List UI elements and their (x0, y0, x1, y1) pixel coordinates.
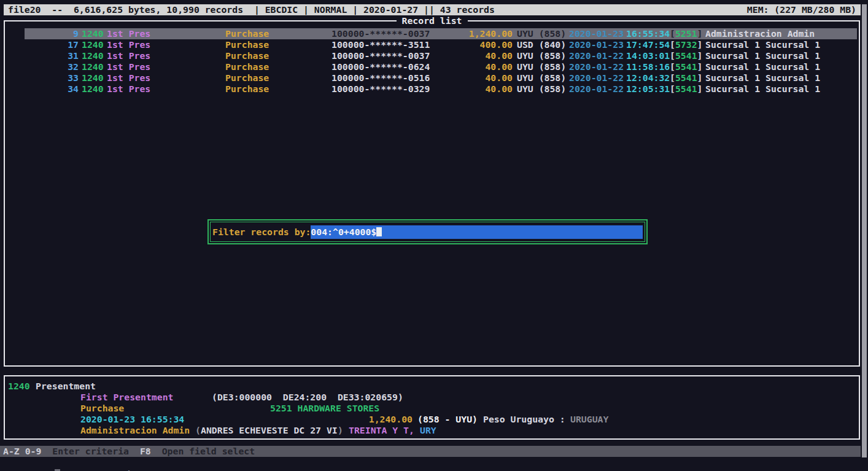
transaction-type: Purchase (225, 72, 269, 84)
amount: 40.00 (433, 84, 513, 95)
mask-status: M:0123456789Filter:6 (6, 458, 170, 471)
message-type: 1240 (82, 61, 104, 72)
memory-usage: MEM: (227 MB/280 MB) (747, 4, 856, 15)
message-type: 1240 (82, 72, 104, 84)
date: 2020-01-23 (569, 28, 624, 39)
detail-data-elements: (DE3:000000 DE24:200 DE33:020659) (212, 392, 403, 403)
detail-paren-open: ( (195, 425, 201, 436)
merchant-name: Sucursal 1 Sucursal 1 (705, 84, 820, 95)
detail-address: TREINTA Y T, (349, 425, 414, 436)
function-label: 1st Pres (107, 28, 150, 39)
record-detail-panel: 1240 Presentment First Presentment (DE3:… (4, 375, 860, 440)
table-row-selected[interactable]: 9 1240 1st Pres Purchase 100000-******-0… (6, 28, 858, 39)
merchant-name: Sucursal 1 Sucursal 1 (705, 72, 820, 84)
help-desc-open-field-select: Open field select (162, 446, 255, 456)
help-bar: A-Z 0-9 Enter criteria F8 Open field sel… (0, 446, 861, 457)
amount: 40.00 (433, 72, 513, 84)
help-key-az09: A-Z 0-9 (3, 446, 41, 456)
card-number: 100000-******-0037 (331, 50, 430, 61)
card-number: 100000-******-0037 (331, 28, 430, 39)
table-row[interactable]: 17 1240 1st Pres Purchase 100000-******-… (6, 39, 858, 50)
mcc-code: [5541] (670, 50, 702, 61)
mcc-code: [5541] (670, 84, 702, 95)
scrollbar[interactable] (862, 4, 867, 457)
detail-amount: 1,240.00 (324, 414, 413, 425)
table-row[interactable]: 34 1240 1st Pres Purchase 100000-******-… (6, 84, 858, 95)
detail-datetime: 2020-01-23 16:55:34 (80, 414, 184, 425)
time: 11:58:16 (626, 61, 670, 72)
merchant-name: Sucursal 1 Sucursal 1 (705, 39, 820, 50)
amount: 1,240.00 (433, 28, 513, 39)
top-status-bar: file20 -- 6,616,625 bytes, 10,990 record… (4, 4, 861, 15)
merchant-name: Administracion Admin (705, 28, 815, 39)
detail-mcc-desc: 5251 HARDWARE STORES (270, 403, 379, 414)
record-number: 34 (6, 84, 79, 95)
help-desc-enter-criteria: Enter criteria (52, 446, 129, 456)
transaction-type: Purchase (225, 84, 269, 95)
date: 2020-01-22 (569, 84, 624, 95)
transaction-type: Purchase (225, 39, 269, 50)
currency: UYU (858) (517, 50, 566, 61)
card-number: 100000-******-0329 (331, 84, 430, 95)
terminal-screen: file20 -- 6,616,625 bytes, 10,990 record… (0, 0, 868, 471)
time: 12:04:32 (626, 72, 670, 84)
function-label: 1st Pres (107, 72, 150, 84)
text-cursor (376, 227, 382, 236)
mcc-code: [5251] (670, 28, 702, 39)
file-info: file20 -- 6,616,625 bytes, 10,990 record… (8, 4, 495, 15)
table-row[interactable]: 31 1240 1st Pres Purchase 100000-******-… (6, 50, 858, 61)
function-label: 1st Pres (107, 50, 150, 61)
record-number: 17 (6, 39, 79, 50)
function-label: 1st Pres (107, 84, 150, 95)
detail-transaction-type: Purchase (80, 403, 124, 414)
table-row[interactable]: 33 1240 1st Pres Purchase 100000-******-… (6, 72, 858, 84)
mcc-code: [5541] (670, 72, 702, 84)
currency: UYU (858) (517, 28, 566, 39)
time: 16:55:34 (626, 28, 670, 39)
card-number: 100000-******-3511 (331, 39, 430, 50)
status-bar: M:0123456789Filter:6 R#91/6<1/4>as (0, 458, 868, 469)
date: 2020-01-22 (569, 61, 624, 72)
detail-country: URUGUAY (570, 414, 608, 425)
card-number: 100000-******-0516 (331, 72, 430, 84)
detail-paren-close: ) (338, 425, 343, 436)
record-number: 9 (6, 28, 79, 39)
detail-merchant: Administracion Admin (80, 425, 190, 436)
currency: UYU (858) (517, 84, 566, 95)
amount: 40.00 (433, 61, 513, 72)
detail-currency-name: Peso Uruguayo : (483, 414, 565, 425)
date: 2020-01-22 (569, 50, 624, 61)
message-type: 1240 (82, 39, 104, 50)
detail-country-code: URY (420, 425, 436, 436)
function-label: 1st Pres (107, 61, 150, 72)
filter-label: Filter records by: (212, 227, 311, 238)
detail-cardholder: ANDRES ECHEVESTE DC 27 VI (201, 425, 338, 436)
record-number: 31 (6, 50, 79, 61)
time: 17:47:54 (626, 39, 670, 50)
position-status: R#91/6<1/4>as (735, 458, 856, 471)
message-type: 1240 (82, 84, 104, 95)
time: 14:03:01 (626, 50, 670, 61)
message-type: 1240 (82, 50, 104, 61)
time: 12:05:31 (626, 84, 670, 95)
currency: UYU (858) (517, 61, 566, 72)
help-key-f8: F8 (140, 446, 151, 456)
record-list-panel: Record list 9 1240 1st Pres Purchase 100… (4, 20, 860, 367)
filter-dialog-inner: Filter records by: 004:^0+4000$ (210, 222, 645, 242)
detail-function-name: First Presentment (80, 392, 173, 403)
date: 2020-01-23 (569, 39, 624, 50)
function-label: 1st Pres (107, 39, 150, 50)
merchant-name: Sucursal 1 Sucursal 1 (705, 61, 820, 72)
mcc-code: [5541] (670, 61, 702, 72)
merchant-name: Sucursal 1 Sucursal 1 (705, 50, 820, 61)
transaction-type: Purchase (225, 50, 269, 61)
date: 2020-01-22 (569, 72, 624, 84)
detail-mti-desc: Presentment (36, 381, 96, 392)
transaction-type: Purchase (225, 61, 269, 72)
amount: 40.00 (433, 50, 513, 61)
mcc-code: [5732] (670, 39, 702, 50)
filter-input[interactable]: 004:^0+4000$ (311, 225, 643, 239)
record-number: 33 (6, 72, 79, 84)
filter-value: 004:^0+4000$ (311, 227, 376, 237)
table-row[interactable]: 32 1240 1st Pres Purchase 100000-******-… (6, 61, 858, 72)
